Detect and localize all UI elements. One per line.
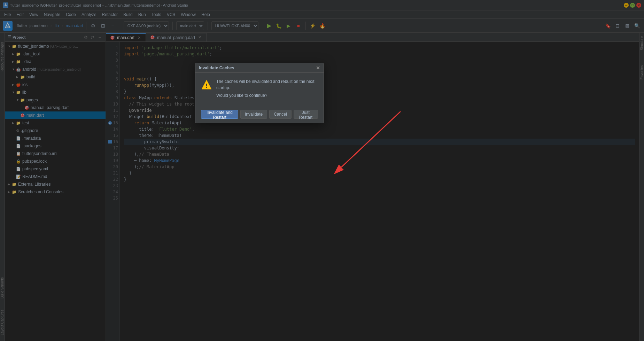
warning-icon: ! <box>201 79 212 90</box>
invalidate-caches-dialog: Invalidate Caches ✕ ! The caches will be… <box>195 63 324 123</box>
dialog-msg-line2: Would you like to continue? <box>216 92 318 99</box>
dialog-title: Invalidate Caches <box>199 65 234 70</box>
svg-text:!: ! <box>205 83 207 89</box>
cancel-button[interactable]: Cancel <box>269 110 291 119</box>
dialog-body: ! The caches will be invalidated and reb… <box>195 73 324 107</box>
invalidate-restart-button[interactable]: Invalidate and Restart <box>201 110 238 119</box>
invalidate-button[interactable]: Invalidate <box>240 110 267 119</box>
dialog-msg-line1: The caches will be invalidated and rebui… <box>216 78 318 91</box>
dialog-buttons: Invalidate and Restart Invalidate Cancel… <box>195 107 324 123</box>
dialog-message: The caches will be invalidated and rebui… <box>216 78 318 99</box>
dialog-title-bar: Invalidate Caches ✕ <box>195 63 324 73</box>
just-restart-button[interactable]: Just Restart <box>294 110 318 119</box>
dialog-icon-row: ! The caches will be invalidated and reb… <box>201 78 318 99</box>
dialog-overlay: Invalidate Caches ✕ ! The caches will be… <box>0 0 644 341</box>
dialog-close-button[interactable]: ✕ <box>316 65 320 71</box>
